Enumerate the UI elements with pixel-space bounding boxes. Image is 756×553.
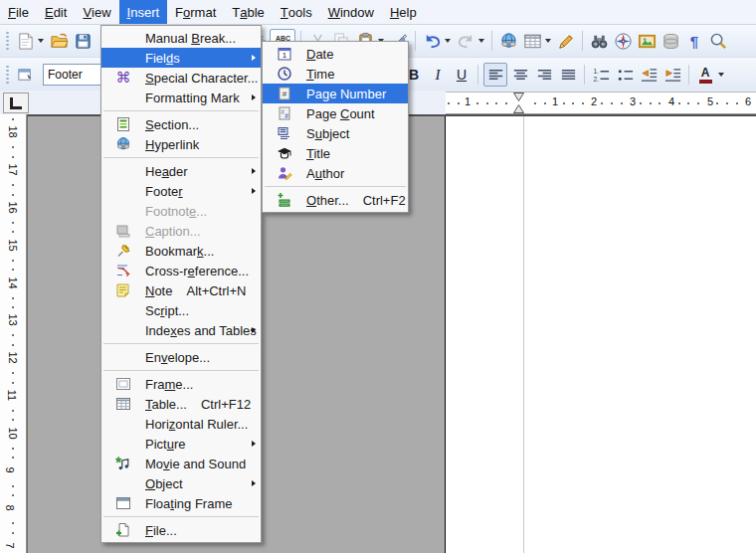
fields-submenu-item-author[interactable]: Author [263,163,408,183]
ruler-tick [12,269,14,271]
indent-marker[interactable] [513,92,524,117]
insert-menu-item-object[interactable]: Object [101,473,261,493]
ruler-tick [476,102,478,104]
menu-item-label: Table... [145,397,187,412]
hyperlink-button[interactable] [497,30,519,52]
find-replace-button[interactable] [588,30,610,52]
other-fields-icon [277,192,292,208]
data-sources-button[interactable] [660,30,681,52]
zoom-button[interactable] [707,30,729,52]
save-button[interactable] [72,30,94,52]
note-icon [115,282,131,298]
ruler-tick [572,102,574,104]
draw-functions-button[interactable] [555,30,577,52]
insert-menu-item-table[interactable]: Table...Ctrl+F12 [101,394,261,414]
insert-menu-item-picture[interactable]: Picture [101,434,261,454]
insert-menu-item-envelope[interactable]: Envelope... [101,347,261,367]
menubar-item-file[interactable]: File [0,0,37,24]
insert-menu-item-manual-break[interactable]: Manual Break... [101,28,261,48]
ruler-tick [12,231,14,233]
menubar-item-window[interactable]: Window [320,0,382,24]
new-document-button[interactable] [14,30,36,52]
gallery-button[interactable] [636,30,658,52]
menubar-item-view[interactable]: View [75,0,118,24]
bullet-list-button[interactable] [614,64,636,86]
fields-submenu-item-page-count[interactable]: ##Page Count [263,103,408,123]
italic-button[interactable]: I [427,64,449,86]
insert-menu-item-script[interactable]: Script... [101,300,261,320]
insert-menu-item-special-character[interactable]: ⌘Special Character... [101,68,261,88]
toolbar-grip-handle[interactable] [5,65,10,85]
submenu-arrow-icon [252,188,256,194]
insert-menu-item-header[interactable]: Header [101,161,261,181]
insert-menu-item-bookmark[interactable]: Bookmark... [101,241,261,261]
horizontal-ruler[interactable]: 1123456 [446,92,756,114]
menu-item-label: Page Number [306,87,386,101]
new-document-dropdown-caret[interactable] [38,39,44,43]
ruler-tick [12,344,14,346]
menubar-item-edit[interactable]: Edit [37,0,75,24]
fields-submenu-item-time[interactable]: Time [263,64,408,84]
insert-menu-item-floating-frame[interactable]: Floating Frame [101,493,261,513]
align-center-button[interactable] [509,64,531,86]
font-color-button[interactable]: A [694,64,716,86]
open-button[interactable] [48,30,70,52]
ruler-tick [736,102,738,104]
decrease-indent-button[interactable] [638,64,660,86]
undo-dropdown-caret[interactable] [445,39,451,43]
insert-menu-item-file[interactable]: File... [101,520,261,540]
menubar-item-format[interactable]: Format [167,0,224,24]
menu-item-label: Header [145,164,188,179]
undo-button[interactable] [421,30,443,52]
table-dropdown-caret[interactable] [545,39,551,43]
toolbar-separator [688,65,689,85]
insert-menu-item-section[interactable]: Section... [101,114,261,134]
justify-button[interactable] [557,64,579,86]
menu-item-label: Title [306,146,330,161]
insert-menu-item-frame[interactable]: Frame... [101,374,261,394]
nonprinting-characters-button[interactable]: ¶ [683,30,705,52]
insert-menu-item-fields[interactable]: Fields [101,48,261,68]
numbered-list-button[interactable]: 1.2. [590,64,612,86]
underline-button[interactable]: U [451,64,472,86]
insert-menu-item-hyperlink[interactable]: Hyperlink [101,134,261,154]
insert-menu-item-formatting-mark[interactable]: Formatting Mark [101,88,261,107]
page-count-icon: ## [277,105,292,121]
document-page[interactable] [445,116,756,553]
insert-menu-item-movie-and-sound[interactable]: Movie and Sound [101,454,261,473]
table-button[interactable] [521,30,543,52]
insert-menu-item-footer[interactable]: Footer [101,181,261,201]
menubar-item-help[interactable]: Help [382,0,425,24]
fields-submenu-item-date[interactable]: 1Date [263,44,408,64]
ruler-tick [12,156,14,158]
insert-table-icon [115,396,131,412]
fields-submenu-item-title[interactable]: Title [263,143,408,163]
insert-menu-item-indexes-and-tables[interactable]: Indexes and Tables [101,320,261,340]
fields-submenu-item-other[interactable]: Other...Ctrl+F2 [263,190,408,210]
insert-menu-item-cross-reference[interactable]: Cross-reference... [101,261,261,280]
ruler-tick [486,102,488,104]
fields-submenu-item-subject[interactable]: Subject [263,123,408,143]
fields-submenu-item-page-number[interactable]: #Page Number [263,84,408,103]
insert-menu-item-note[interactable]: NoteAlt+Ctrl+N [101,280,261,300]
tab-stop-selector-button[interactable] [3,92,29,113]
menubar-item-table[interactable]: Table [224,0,273,24]
menu-item-shortcut: Alt+Ctrl+N [172,283,246,298]
increase-indent-button[interactable] [662,64,683,86]
menubar-item-insert[interactable]: Insert [119,0,168,24]
underline-icon: U [451,64,472,86]
menu-item-label: Manual Break... [145,31,236,46]
align-right-button[interactable] [533,64,555,86]
menubar-item-tools[interactable]: Tools [273,0,320,24]
align-left-button[interactable] [483,63,507,87]
menu-item-label: Subject [306,126,349,141]
menu-item-label: Footer [145,184,183,199]
font-color-dropdown-caret[interactable] [718,73,724,77]
ruler-tick [726,102,728,104]
redo-dropdown-caret[interactable] [478,39,484,43]
toolbar-grip-handle[interactable] [5,31,10,51]
styles-window-button[interactable] [14,64,36,86]
vertical-ruler[interactable]: 181716151413121110987 [0,114,27,553]
navigator-button[interactable] [612,30,634,52]
insert-menu-item-horizontal-ruler[interactable]: Horizontal Ruler... [101,414,261,434]
